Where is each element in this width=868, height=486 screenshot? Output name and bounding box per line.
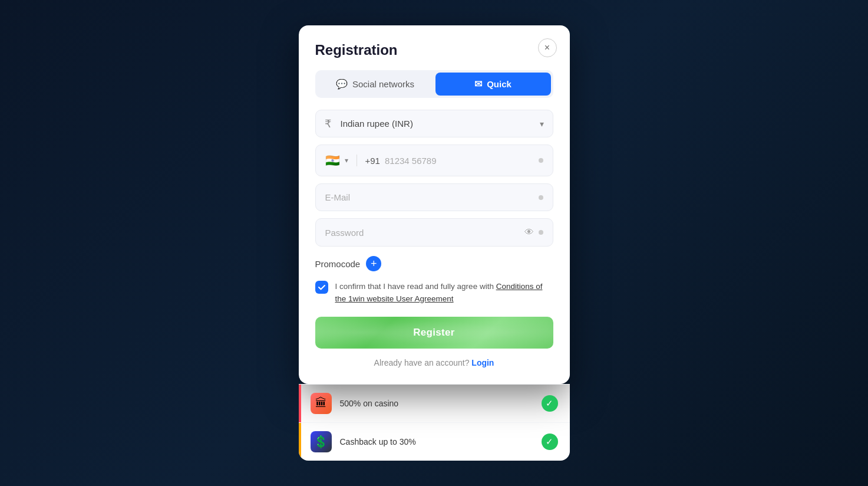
- eye-icon: 👁: [524, 227, 534, 238]
- phone-divider: [357, 155, 357, 166]
- promocode-row: Promocode +: [315, 256, 553, 271]
- login-row: Already have an account? Login: [315, 358, 553, 367]
- currency-select-wrapper: ₹ Indian rupee (INR) US Dollar (USD) Eur…: [315, 110, 553, 137]
- flag-india-icon: 🇮🇳: [325, 153, 340, 168]
- tab-social-networks[interactable]: 💬 Social networks: [318, 73, 433, 96]
- social-icon: 💬: [336, 78, 348, 90]
- modal-title: Registration: [315, 42, 553, 58]
- register-button[interactable]: Register: [315, 317, 553, 349]
- phone-placeholder: 81234 56789: [385, 156, 534, 166]
- modal-wrapper: Registration × 💬 Social networks ✉ Quick…: [299, 25, 570, 461]
- terms-row: I confirm that I have read and fully agr…: [315, 281, 553, 305]
- phone-info-dot: [539, 158, 543, 163]
- tab-bar: 💬 Social networks ✉ Quick: [315, 70, 553, 98]
- bonus-card-cashback: 💲 Cashback up to 30% ✓: [299, 422, 570, 461]
- promocode-label: Promocode: [315, 259, 361, 269]
- bonus-casino-text: 500% on casino: [340, 399, 533, 408]
- stripe-red: [299, 385, 301, 422]
- email-icon: ✉: [474, 78, 482, 90]
- currency-select[interactable]: Indian rupee (INR) US Dollar (USD) Euro …: [315, 110, 553, 137]
- password-placeholder: Password: [325, 228, 520, 238]
- password-row[interactable]: Password 👁: [315, 218, 553, 247]
- stripe-yellow: [299, 423, 301, 461]
- registration-modal: Registration × 💬 Social networks ✉ Quick…: [299, 25, 570, 384]
- tab-quick[interactable]: ✉ Quick: [435, 73, 551, 96]
- cashback-check-badge: ✓: [542, 434, 558, 450]
- cashback-icon: 💲: [311, 431, 332, 452]
- email-row[interactable]: E-Mail: [315, 183, 553, 211]
- email-info-dot: [539, 195, 543, 200]
- bonus-card-casino: 🏛 500% on casino ✓: [299, 384, 570, 422]
- terms-checkbox[interactable]: [315, 281, 328, 294]
- terms-text: I confirm that I have read and fully agr…: [335, 281, 553, 305]
- phone-code: +91: [365, 156, 380, 166]
- email-placeholder: E-Mail: [325, 192, 539, 202]
- promocode-add-button[interactable]: +: [366, 256, 381, 271]
- bonus-cashback-text: Cashback up to 30%: [340, 437, 533, 446]
- login-link[interactable]: Login: [471, 358, 494, 367]
- password-info-dot: [539, 230, 543, 235]
- casino-check-badge: ✓: [542, 395, 558, 412]
- casino-icon: 🏛: [311, 393, 332, 414]
- flag-chevron-icon: ▾: [345, 156, 348, 165]
- bonus-cards: 🏛 500% on casino ✓ 💲 Cashback up to 30% …: [299, 384, 570, 461]
- close-button[interactable]: ×: [538, 38, 557, 57]
- phone-row[interactable]: 🇮🇳 ▾ +91 81234 56789: [315, 145, 553, 176]
